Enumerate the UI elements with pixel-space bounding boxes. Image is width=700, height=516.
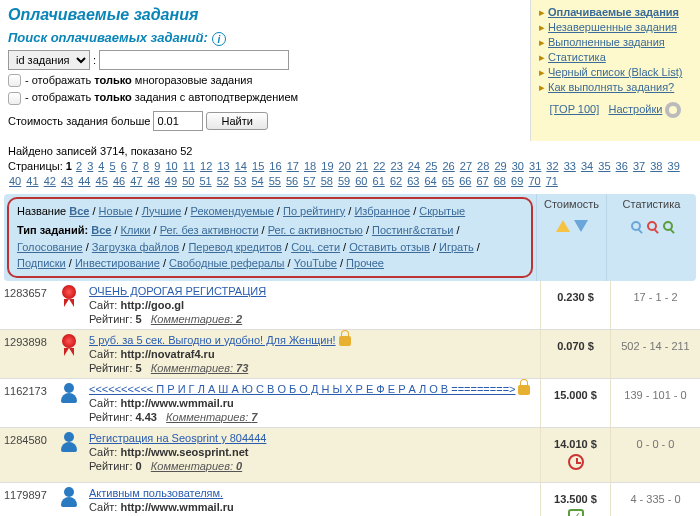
task-title-link[interactable]: <<<<<<<<<< П Р И Г Л А Ш А Ю С В О Б О Д… <box>89 383 515 395</box>
page-link[interactable]: 14 <box>235 160 247 172</box>
task-title-link[interactable]: ОЧЕНЬ ДОРОГАЯ РЕГИСТРАЦИЯ <box>89 285 266 297</box>
page-link[interactable]: 24 <box>408 160 420 172</box>
filter-link[interactable]: Избранное <box>354 205 410 217</box>
filter-link[interactable]: Постинг&статьи <box>372 224 453 236</box>
page-link[interactable]: 69 <box>511 175 523 187</box>
page-link[interactable]: 59 <box>338 175 350 187</box>
filter-link[interactable]: Лучшие <box>142 205 182 217</box>
page-link[interactable]: 39 <box>668 160 680 172</box>
page-link[interactable]: 27 <box>460 160 472 172</box>
page-link[interactable]: 52 <box>217 175 229 187</box>
comments-link[interactable]: Комментариев: 7 <box>166 411 257 423</box>
page-link[interactable]: 11 <box>183 160 195 172</box>
page-link[interactable]: 62 <box>390 175 402 187</box>
page-link[interactable]: 38 <box>650 160 662 172</box>
page-link[interactable]: 50 <box>182 175 194 187</box>
page-link[interactable]: 66 <box>459 175 471 187</box>
page-link[interactable]: 48 <box>148 175 160 187</box>
settings-link[interactable]: Настройки <box>608 103 662 115</box>
page-link[interactable]: 22 <box>373 160 385 172</box>
page-link[interactable]: 12 <box>200 160 212 172</box>
filter-link[interactable]: Все <box>91 224 111 236</box>
page-link[interactable]: 61 <box>373 175 385 187</box>
mag-blue-icon[interactable] <box>631 221 641 231</box>
page-link[interactable]: 25 <box>425 160 437 172</box>
filter-link[interactable]: Играть <box>439 241 474 253</box>
page-link[interactable]: 57 <box>303 175 315 187</box>
task-title-link[interactable]: Активным пользователям. <box>89 487 223 499</box>
page-link[interactable]: 60 <box>355 175 367 187</box>
page-link[interactable]: 49 <box>165 175 177 187</box>
sidebar-link[interactable]: Черный список (Black List) <box>548 66 682 78</box>
info-icon[interactable]: i <box>212 32 226 46</box>
page-link[interactable]: 8 <box>143 160 149 172</box>
page-link[interactable]: 16 <box>269 160 281 172</box>
page-link[interactable]: 9 <box>154 160 160 172</box>
filter-link[interactable]: Клики <box>121 224 151 236</box>
filter-link[interactable]: Подписки <box>17 257 66 269</box>
sort-up-icon[interactable] <box>556 220 570 232</box>
task-title-link[interactable]: Регистрация на Seosprint у 804444 <box>89 432 266 444</box>
page-link[interactable]: 6 <box>121 160 127 172</box>
page-link[interactable]: 18 <box>304 160 316 172</box>
filter-link[interactable]: YouTube <box>294 257 337 269</box>
task-title-link[interactable]: 5 руб. за 5 сек. Выгодно и удобно! Для Ж… <box>89 334 336 346</box>
page-link[interactable]: 70 <box>528 175 540 187</box>
page-link[interactable]: 68 <box>494 175 506 187</box>
page-link[interactable]: 45 <box>96 175 108 187</box>
page-link[interactable]: 4 <box>98 160 104 172</box>
comments-link[interactable]: Комментариев: 2 <box>151 313 242 325</box>
find-button[interactable]: Найти <box>206 112 267 130</box>
page-link[interactable]: 20 <box>339 160 351 172</box>
sidebar-link[interactable]: Как выполнять задания? <box>548 81 674 93</box>
page-link[interactable]: 44 <box>78 175 90 187</box>
page-link[interactable]: 64 <box>425 175 437 187</box>
sidebar-link[interactable]: Выполненные задания <box>548 36 665 48</box>
checkbox-multi[interactable] <box>8 74 21 87</box>
page-link[interactable]: 34 <box>581 160 593 172</box>
page-link[interactable]: 71 <box>546 175 558 187</box>
filter-link[interactable]: Перевод кредитов <box>188 241 282 253</box>
page-link[interactable]: 53 <box>234 175 246 187</box>
filter-link[interactable]: Рег. без активности <box>160 224 259 236</box>
page-link[interactable]: 17 <box>287 160 299 172</box>
page-link[interactable]: 36 <box>616 160 628 172</box>
comments-link[interactable]: Комментариев: 73 <box>151 362 248 374</box>
filter-link[interactable]: Все <box>69 205 89 217</box>
page-link[interactable]: 65 <box>442 175 454 187</box>
sidebar-link[interactable]: Незавершенные задания <box>548 21 677 33</box>
page-link[interactable]: 5 <box>110 160 116 172</box>
filter-link[interactable]: Инвестирование <box>75 257 160 269</box>
page-link[interactable]: 19 <box>321 160 333 172</box>
page-link[interactable]: 54 <box>251 175 263 187</box>
page-link[interactable]: 23 <box>391 160 403 172</box>
mag-green-icon[interactable] <box>663 221 673 231</box>
page-link[interactable]: 31 <box>529 160 541 172</box>
filter-link[interactable]: Прочее <box>346 257 384 269</box>
page-link[interactable]: 33 <box>564 160 576 172</box>
page-link[interactable]: 58 <box>321 175 333 187</box>
sort-down-icon[interactable] <box>574 220 588 232</box>
filter-link[interactable]: Голосование <box>17 241 83 253</box>
page-link[interactable]: 21 <box>356 160 368 172</box>
page-link[interactable]: 55 <box>269 175 281 187</box>
page-link[interactable]: 28 <box>477 160 489 172</box>
page-link[interactable]: 3 <box>87 160 93 172</box>
page-link[interactable]: 42 <box>44 175 56 187</box>
page-link[interactable]: 37 <box>633 160 645 172</box>
page-link[interactable]: 41 <box>26 175 38 187</box>
page-link[interactable]: 26 <box>442 160 454 172</box>
checkbox-auto[interactable] <box>8 92 21 105</box>
page-link[interactable]: 51 <box>199 175 211 187</box>
top100-link[interactable]: [TOP 100] <box>550 103 600 115</box>
page-link[interactable]: 67 <box>476 175 488 187</box>
search-input[interactable] <box>99 50 289 70</box>
filter-link[interactable]: Рекомендуемые <box>191 205 274 217</box>
page-link[interactable]: 32 <box>546 160 558 172</box>
page-link[interactable]: 29 <box>494 160 506 172</box>
page-link[interactable]: 13 <box>217 160 229 172</box>
comments-link[interactable]: Комментариев: 0 <box>151 460 242 472</box>
page-link[interactable]: 56 <box>286 175 298 187</box>
filter-link[interactable]: Новые <box>99 205 133 217</box>
sidebar-link[interactable]: Статистика <box>548 51 606 63</box>
